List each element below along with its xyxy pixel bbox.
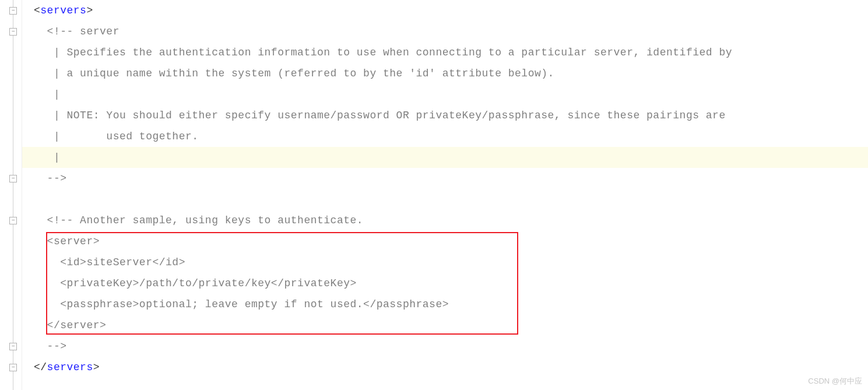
code-line[interactable]: <servers> xyxy=(22,0,868,21)
code-line[interactable]: | used together. xyxy=(22,126,868,147)
code-line[interactable]: --> xyxy=(22,336,868,357)
code-line[interactable]: <!-- server xyxy=(22,21,868,42)
fold-toggle-icon[interactable] xyxy=(9,343,17,350)
fold-toggle-icon[interactable] xyxy=(9,364,17,371)
code-line[interactable]: --> xyxy=(22,168,868,189)
code-line[interactable]: | xyxy=(22,84,868,105)
code-area[interactable]: <servers> <!-- server | Specifies the au… xyxy=(22,0,868,378)
code-line[interactable]: <privateKey>/path/to/private/key</privat… xyxy=(22,273,868,294)
code-line[interactable]: </servers> xyxy=(22,357,868,378)
code-line[interactable]: <server> xyxy=(22,231,868,252)
watermark: CSDN @何中应 xyxy=(808,376,862,387)
code-line[interactable]: <id>siteServer</id> xyxy=(22,252,868,273)
code-line[interactable]: <passphrase>optional; leave empty if not… xyxy=(22,294,868,315)
fold-toggle-icon[interactable] xyxy=(9,28,17,36)
code-line[interactable]: <!-- Another sample, using keys to authe… xyxy=(22,210,868,231)
gutter xyxy=(0,0,22,390)
fold-toggle-icon[interactable] xyxy=(9,7,17,15)
code-line[interactable]: | a unique name within the system (refer… xyxy=(22,63,868,84)
fold-toggle-icon[interactable] xyxy=(9,175,17,182)
code-line[interactable] xyxy=(22,189,868,210)
fold-toggle-icon[interactable] xyxy=(9,217,17,224)
fold-guide-line xyxy=(13,0,13,390)
code-line[interactable]: | Specifies the authentication informati… xyxy=(22,42,868,63)
code-line[interactable]: | xyxy=(22,147,868,168)
code-line[interactable]: </server> xyxy=(22,315,868,336)
code-line[interactable]: | NOTE: You should either specify userna… xyxy=(22,105,868,126)
